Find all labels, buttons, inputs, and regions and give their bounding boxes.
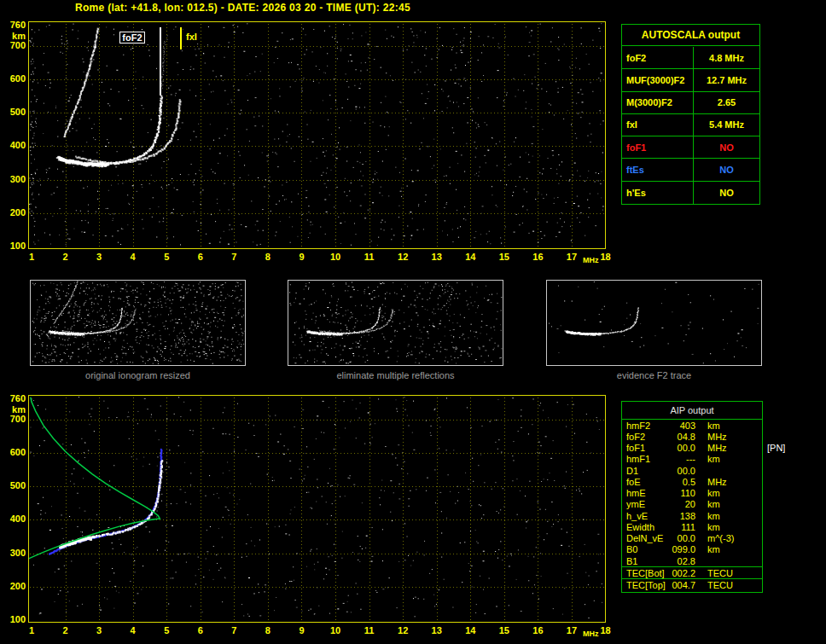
aip-parameter-label: Ewidth [622, 522, 672, 532]
aip-output-panel: AIP output hmF2403kmfoF204.8MHzfoF100.0M… [621, 401, 763, 593]
aip-parameter-label: B0 [622, 544, 672, 554]
autoscala-parameter-label: fxI [622, 114, 694, 136]
autoscala-parameter-label: M(3000)F2 [622, 92, 694, 113]
autoscala-parameter-value: NO [694, 182, 759, 204]
ionogram-top-canvas [29, 22, 605, 248]
x-tick-label: 4 [131, 625, 136, 635]
autoscala-row-hes: h'EsNO [622, 182, 759, 204]
aip-parameter-unit: m^(-3) [707, 533, 734, 543]
aip-parameter-unit: km [707, 511, 720, 521]
x-tick-label: 12 [398, 625, 408, 635]
y-tick-label: 100 [2, 241, 26, 251]
y-tick-label: 200 [2, 207, 26, 218]
x-tick-label: 14 [465, 625, 475, 635]
autoscala-parameter-value: NO [694, 136, 759, 158]
autoscala-window: Rome (lat: +41.8, lon: 012.5) - DATE: 20… [0, 0, 826, 644]
aip-parameter-value: --- [672, 454, 695, 464]
aip-parameter-value: 20 [672, 499, 695, 509]
x-tick-label: 1 [29, 252, 34, 262]
x-tick-label: 4 [131, 252, 136, 262]
thumbnail-original-ionogram [30, 280, 246, 366]
aip-row-hmf1: hmF1---km [622, 454, 762, 465]
ionogram-top-plot [28, 21, 606, 249]
x-tick-label: 9 [299, 252, 304, 262]
aip-panel-title: AIP output [622, 402, 762, 420]
x-tick-label: 13 [432, 252, 442, 262]
autoscala-parameter-value: 5.4 MHz [694, 114, 759, 136]
autoscala-rows: foF24.8 MHzMUF(3000)F212.7 MHzM(3000)F22… [622, 47, 759, 204]
autoscala-row-fof2: foF24.8 MHz [622, 47, 759, 69]
x-tick-label: 18 [600, 625, 610, 635]
aip-parameter-label: h_vE [622, 511, 672, 521]
autoscala-row-fof1: foF1NO [622, 136, 759, 159]
aip-parameter-label: B1 [622, 556, 672, 566]
y-tick-label: 600 [2, 447, 26, 457]
thumbnail-caption-original: original ionogram resized [30, 370, 246, 380]
aip-row-fof1: foF100.0MHz[PN] [622, 443, 762, 454]
x-tick-label: 6 [198, 252, 203, 262]
x-tick-label: 1 [29, 625, 34, 635]
thumbnail-evidence-f2 [546, 280, 762, 366]
autoscala-panel-title: AUTOSCALA output [622, 25, 759, 46]
y-tick-label: 400 [2, 513, 26, 524]
x-tick-label: 8 [265, 625, 270, 635]
aip-row-foe: foE0.5MHz [622, 476, 762, 487]
x-tick-label: 9 [299, 625, 304, 635]
autoscala-row-m3000f2: M(3000)F22.65 [622, 92, 759, 114]
x-tick-label: 2 [62, 252, 67, 262]
aip-parameter-unit: km [707, 454, 720, 464]
autoscala-parameter-value: 12.7 MHz [694, 69, 759, 90]
aip-row-tecbot: TEC[Bot]002.2TECU [622, 566, 762, 578]
x-tick-label: 10 [330, 625, 340, 635]
aip-parameter-unit: TECU [707, 568, 733, 578]
aip-row-delnve: DelN_vE00.0m^(-3) [622, 533, 762, 544]
x-tick-label: 2 [62, 625, 67, 635]
aip-parameter-value: 02.8 [672, 556, 695, 566]
aip-parameter-label: hmF2 [622, 421, 672, 431]
y-tick-label: 100 [2, 614, 26, 624]
aip-parameter-label: DelN_vE [622, 533, 672, 543]
autoscala-row-muf3000f2: MUF(3000)F212.7 MHz [622, 69, 759, 91]
aip-row-fof2: foF204.8MHz [622, 431, 762, 442]
aip-parameter-unit: km [707, 499, 720, 509]
x-tick-label: 7 [231, 252, 236, 262]
x-tick-label: 3 [96, 252, 102, 262]
aip-parameter-label: hmE [622, 488, 672, 498]
x-tick-label: 18 [600, 252, 610, 262]
y-tick-label: 700 [2, 414, 26, 424]
thumbnail-original-canvas [31, 281, 245, 365]
aip-parameter-unit: MHz [707, 443, 727, 453]
x-tick-label: 6 [198, 625, 203, 635]
x-tick-label: 16 [532, 252, 543, 262]
aip-parameter-value: 04.8 [672, 432, 695, 442]
autoscala-parameter-value: NO [694, 159, 759, 180]
aip-parameter-value: 0.5 [672, 477, 695, 487]
aip-parameter-note: [PN] [767, 443, 785, 453]
aip-parameter-value: 110 [672, 488, 695, 498]
aip-row-yme: ymE20km [622, 499, 762, 510]
autoscala-parameter-label: ftEs [622, 159, 694, 180]
y-tick-label: 200 [2, 581, 26, 591]
y-tick-label: 300 [2, 548, 26, 558]
aip-parameter-value: 138 [672, 511, 695, 521]
autoscala-parameter-label: h'Es [622, 182, 694, 204]
y-tick-label: 500 [2, 480, 26, 490]
aip-parameter-unit: TECU [707, 580, 733, 590]
aip-parameter-unit: km [707, 544, 720, 554]
x-tick-label: 17 [567, 252, 577, 262]
x-tick-label: 16 [532, 625, 543, 635]
aip-parameter-value: 403 [672, 421, 695, 431]
x-tick-label: 15 [499, 252, 509, 262]
autoscala-parameter-value: 4.8 MHz [694, 47, 759, 68]
aip-parameter-label: hmF1 [622, 454, 672, 464]
aip-parameter-unit: MHz [707, 432, 727, 442]
aip-row-ewidth: Ewidth111km [622, 521, 762, 532]
x-axis-unit-label: MHz [583, 629, 599, 638]
x-tick-label: 12 [398, 252, 408, 262]
x-tick-label: 8 [265, 252, 270, 262]
y-tick-label: 700 [2, 40, 26, 50]
thumbnail-eliminate-canvas [288, 281, 503, 365]
aip-parameter-value: 00.0 [672, 466, 695, 476]
x-axis-unit-label: MHz [583, 256, 599, 264]
aip-parameter-value: 00.0 [672, 533, 695, 543]
